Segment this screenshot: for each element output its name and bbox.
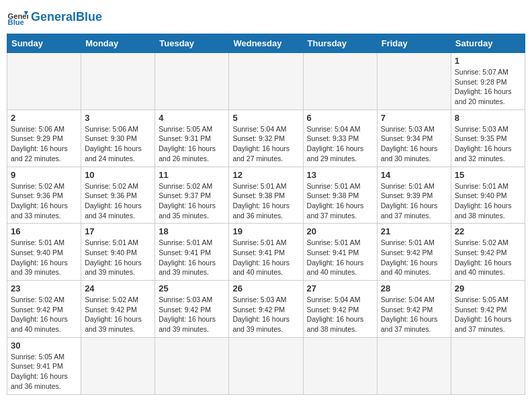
day-number: 2 [11, 113, 77, 123]
calendar-cell: 12Sunrise: 5:01 AMSunset: 9:38 PMDayligh… [229, 167, 303, 224]
calendar-cell: 16Sunrise: 5:01 AMSunset: 9:40 PMDayligh… [7, 224, 81, 281]
calendar-cell: 29Sunrise: 5:05 AMSunset: 9:42 PMDayligh… [451, 281, 525, 338]
calendar-cell [451, 337, 525, 394]
day-info: Sunrise: 5:01 AMSunset: 9:42 PMDaylight:… [381, 238, 447, 277]
day-info: Sunrise: 5:05 AMSunset: 9:41 PMDaylight:… [11, 352, 77, 392]
weekday-header-tuesday: Tuesday [155, 34, 229, 53]
day-info: Sunrise: 5:04 AMSunset: 9:32 PMDaylight:… [232, 124, 299, 164]
calendar-cell: 24Sunrise: 5:02 AMSunset: 9:42 PMDayligh… [81, 281, 155, 338]
day-number: 16 [11, 226, 77, 236]
day-number: 30 [11, 340, 77, 351]
week-row-5: 23Sunrise: 5:02 AMSunset: 9:42 PMDayligh… [7, 281, 525, 338]
day-number: 8 [455, 113, 521, 123]
day-info: Sunrise: 5:04 AMSunset: 9:33 PMDaylight:… [307, 124, 373, 164]
day-info: Sunrise: 5:01 AMSunset: 9:40 PMDaylight:… [11, 238, 77, 277]
calendar-cell: 27Sunrise: 5:04 AMSunset: 9:42 PMDayligh… [303, 281, 377, 338]
day-number: 27 [307, 283, 373, 293]
day-number: 9 [11, 170, 77, 180]
calendar-cell: 30Sunrise: 5:05 AMSunset: 9:41 PMDayligh… [7, 337, 81, 394]
calendar-cell: 28Sunrise: 5:04 AMSunset: 9:42 PMDayligh… [377, 281, 451, 338]
calendar-cell: 20Sunrise: 5:01 AMSunset: 9:41 PMDayligh… [303, 224, 377, 281]
calendar-cell: 22Sunrise: 5:02 AMSunset: 9:42 PMDayligh… [451, 224, 525, 281]
logo-text: GeneralBlue [31, 11, 102, 24]
day-number: 28 [381, 283, 447, 293]
calendar-cell: 21Sunrise: 5:01 AMSunset: 9:42 PMDayligh… [377, 224, 451, 281]
day-info: Sunrise: 5:04 AMSunset: 9:42 PMDaylight:… [381, 295, 447, 334]
day-info: Sunrise: 5:02 AMSunset: 9:37 PMDaylight:… [159, 181, 225, 221]
svg-text:Blue: Blue [8, 18, 24, 26]
day-number: 19 [232, 226, 299, 236]
day-info: Sunrise: 5:03 AMSunset: 9:42 PMDaylight:… [232, 295, 299, 334]
weekday-header-wednesday: Wednesday [229, 34, 303, 53]
calendar-cell: 23Sunrise: 5:02 AMSunset: 9:42 PMDayligh… [7, 281, 81, 338]
day-number: 13 [307, 170, 373, 180]
day-number: 20 [307, 226, 373, 236]
calendar-table: SundayMondayTuesdayWednesdayThursdayFrid… [7, 34, 525, 395]
calendar-cell [377, 337, 451, 394]
calendar-cell: 18Sunrise: 5:01 AMSunset: 9:41 PMDayligh… [155, 224, 229, 281]
day-info: Sunrise: 5:02 AMSunset: 9:36 PMDaylight:… [11, 181, 77, 221]
day-number: 7 [381, 113, 447, 123]
calendar-body: 1Sunrise: 5:07 AMSunset: 9:28 PMDaylight… [7, 53, 525, 395]
day-info: Sunrise: 5:01 AMSunset: 9:40 PMDaylight:… [85, 238, 151, 277]
weekday-header-saturday: Saturday [451, 34, 525, 53]
logo: General Blue GeneralBlue [7, 7, 102, 28]
day-info: Sunrise: 5:03 AMSunset: 9:34 PMDaylight:… [381, 124, 447, 164]
calendar-cell [81, 337, 155, 394]
week-row-2: 2Sunrise: 5:06 AMSunset: 9:29 PMDaylight… [7, 109, 525, 167]
day-number: 24 [85, 283, 151, 293]
calendar-cell: 4Sunrise: 5:05 AMSunset: 9:31 PMDaylight… [155, 109, 229, 167]
calendar-cell: 13Sunrise: 5:01 AMSunset: 9:38 PMDayligh… [303, 167, 377, 224]
weekday-header-thursday: Thursday [303, 34, 377, 53]
calendar-cell: 2Sunrise: 5:06 AMSunset: 9:29 PMDaylight… [7, 109, 81, 167]
day-info: Sunrise: 5:02 AMSunset: 9:42 PMDaylight:… [85, 295, 151, 334]
day-number: 4 [159, 113, 225, 123]
calendar-cell: 19Sunrise: 5:01 AMSunset: 9:41 PMDayligh… [229, 224, 303, 281]
day-info: Sunrise: 5:06 AMSunset: 9:30 PMDaylight:… [85, 124, 151, 164]
calendar-cell: 15Sunrise: 5:01 AMSunset: 9:40 PMDayligh… [451, 167, 525, 224]
day-number: 18 [159, 226, 225, 236]
day-info: Sunrise: 5:04 AMSunset: 9:42 PMDaylight:… [307, 295, 373, 334]
day-number: 25 [159, 283, 225, 293]
day-number: 6 [307, 113, 373, 123]
day-info: Sunrise: 5:06 AMSunset: 9:29 PMDaylight:… [11, 124, 77, 164]
day-info: Sunrise: 5:03 AMSunset: 9:42 PMDaylight:… [159, 295, 225, 334]
calendar-cell: 11Sunrise: 5:02 AMSunset: 9:37 PMDayligh… [155, 167, 229, 224]
day-number: 17 [85, 226, 151, 236]
day-number: 1 [455, 56, 521, 66]
day-info: Sunrise: 5:02 AMSunset: 9:42 PMDaylight:… [455, 238, 521, 277]
day-number: 11 [159, 170, 225, 180]
calendar-cell [155, 337, 229, 394]
day-info: Sunrise: 5:01 AMSunset: 9:38 PMDaylight:… [232, 181, 299, 221]
weekday-header-row: SundayMondayTuesdayWednesdayThursdayFrid… [7, 34, 525, 53]
calendar-cell: 25Sunrise: 5:03 AMSunset: 9:42 PMDayligh… [155, 281, 229, 338]
day-number: 26 [232, 283, 299, 293]
calendar-cell [155, 53, 229, 110]
calendar-cell: 6Sunrise: 5:04 AMSunset: 9:33 PMDaylight… [303, 109, 377, 167]
day-info: Sunrise: 5:01 AMSunset: 9:39 PMDaylight:… [381, 181, 447, 221]
calendar-cell: 3Sunrise: 5:06 AMSunset: 9:30 PMDaylight… [81, 109, 155, 167]
day-number: 5 [232, 113, 299, 123]
calendar-cell [377, 53, 451, 110]
weekday-header-sunday: Sunday [7, 34, 81, 53]
day-info: Sunrise: 5:05 AMSunset: 9:42 PMDaylight:… [455, 295, 521, 334]
day-info: Sunrise: 5:03 AMSunset: 9:35 PMDaylight:… [455, 124, 521, 164]
calendar-cell [7, 53, 81, 110]
day-info: Sunrise: 5:07 AMSunset: 9:28 PMDaylight:… [455, 67, 521, 107]
calendar-cell: 14Sunrise: 5:01 AMSunset: 9:39 PMDayligh… [377, 167, 451, 224]
day-info: Sunrise: 5:01 AMSunset: 9:41 PMDaylight:… [307, 238, 373, 277]
calendar-cell [303, 337, 377, 394]
calendar-cell: 10Sunrise: 5:02 AMSunset: 9:36 PMDayligh… [81, 167, 155, 224]
calendar-cell: 26Sunrise: 5:03 AMSunset: 9:42 PMDayligh… [229, 281, 303, 338]
day-number: 10 [85, 170, 151, 180]
day-info: Sunrise: 5:01 AMSunset: 9:41 PMDaylight:… [159, 238, 225, 277]
calendar-cell [81, 53, 155, 110]
page-header: General Blue GeneralBlue [7, 7, 525, 28]
day-info: Sunrise: 5:02 AMSunset: 9:36 PMDaylight:… [85, 181, 151, 221]
calendar-cell: 17Sunrise: 5:01 AMSunset: 9:40 PMDayligh… [81, 224, 155, 281]
calendar-cell: 8Sunrise: 5:03 AMSunset: 9:35 PMDaylight… [451, 109, 525, 167]
week-row-1: 1Sunrise: 5:07 AMSunset: 9:28 PMDaylight… [7, 53, 525, 110]
week-row-6: 30Sunrise: 5:05 AMSunset: 9:41 PMDayligh… [7, 337, 525, 394]
day-info: Sunrise: 5:02 AMSunset: 9:42 PMDaylight:… [11, 295, 77, 334]
weekday-header-friday: Friday [377, 34, 451, 53]
